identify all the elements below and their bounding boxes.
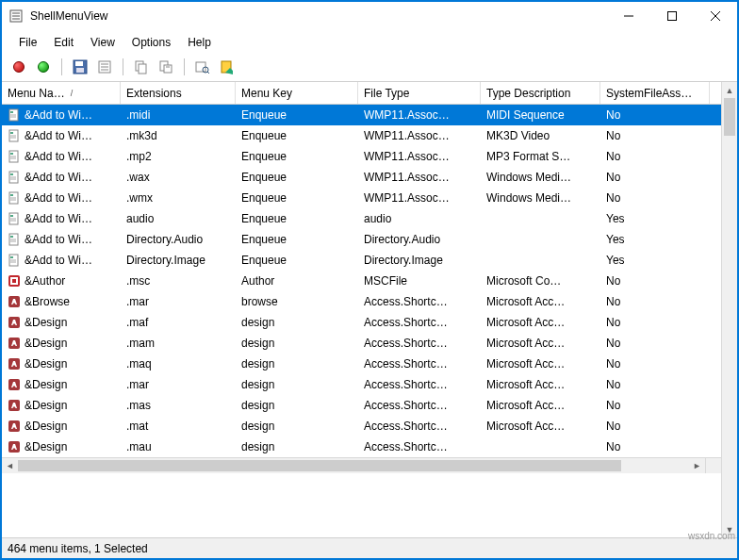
- table-row[interactable]: &Design.maudesignAccess.Shortc…No: [2, 436, 721, 457]
- cell-menu-name: &Add to Wi…: [25, 171, 92, 184]
- table-cell: .mar: [121, 295, 236, 308]
- menu-help[interactable]: Help: [180, 34, 219, 51]
- scroll-h-thumb[interactable]: [18, 460, 621, 471]
- save-button[interactable]: [71, 58, 90, 76]
- row-type-icon: [8, 378, 21, 391]
- scroll-h-track[interactable]: [18, 458, 689, 473]
- data-grid[interactable]: Menu Na…/ExtensionsMenu KeyFile TypeType…: [2, 82, 721, 537]
- column-header-0[interactable]: Menu Na…/: [2, 82, 121, 104]
- table-cell: Access.Shortc…: [358, 440, 481, 453]
- scroll-v-track[interactable]: [722, 98, 737, 521]
- sort-indicator-icon: /: [71, 89, 74, 98]
- table-cell: Microsoft Acc…: [481, 420, 600, 433]
- cell-extensions: .midi: [126, 108, 150, 122]
- cell-file-type: audio: [364, 212, 391, 225]
- table-cell: .mk3d: [121, 129, 236, 142]
- find-button[interactable]: [193, 58, 212, 76]
- table-row[interactable]: &Add to Wi…Directory.ImageEnqueueDirecto…: [2, 250, 721, 271]
- cell-extensions: .mar: [126, 378, 149, 391]
- scroll-right-button[interactable]: ►: [689, 458, 705, 473]
- floppy-icon: [73, 59, 88, 74]
- watermark: wsxdn.com: [688, 531, 735, 541]
- table-row[interactable]: &Add to Wi….wmxEnqueueWMP11.Assoc…Window…: [2, 188, 721, 208]
- table-row[interactable]: &Design.masdesignAccess.Shortc…Microsoft…: [2, 395, 721, 416]
- menu-file[interactable]: File: [11, 34, 44, 51]
- properties-button[interactable]: [95, 58, 114, 76]
- scroll-up-button[interactable]: ▲: [722, 82, 737, 98]
- cell-file-type: Access.Shortc…: [364, 337, 448, 350]
- table-cell: No: [600, 191, 710, 205]
- table-cell: Access.Shortc…: [358, 316, 481, 329]
- horizontal-scrollbar[interactable]: ◄ ►: [2, 457, 705, 473]
- table-cell: .maq: [121, 357, 236, 371]
- cell-menu-name: &Design: [25, 440, 67, 453]
- table-cell: Access.Shortc…: [358, 399, 481, 412]
- table-cell: &Design: [2, 399, 121, 412]
- table-row[interactable]: &Add to Wi….waxEnqueueWMP11.Assoc…Window…: [2, 167, 721, 188]
- table-row[interactable]: &Author.mscAuthorMSCFileMicrosoft Co…No: [2, 271, 721, 291]
- table-row[interactable]: &Add to Wi….midiEnqueueWMP11.Assoc…MIDI …: [2, 105, 721, 125]
- column-header-1[interactable]: Extensions: [121, 82, 236, 104]
- maximize-button[interactable]: [650, 2, 694, 30]
- table-cell: Windows Medi…: [481, 171, 600, 184]
- table-cell: Microsoft Acc…: [481, 316, 600, 329]
- table-cell: Enqueue: [236, 212, 358, 225]
- cell-menu-name: &Author: [25, 274, 65, 288]
- cell-menu-name: &Add to Wi…: [25, 129, 92, 142]
- table-row[interactable]: &Design.mamdesignAccess.Shortc…Microsoft…: [2, 333, 721, 354]
- table-cell: Microsoft Acc…: [481, 399, 600, 412]
- enable-button[interactable]: [34, 58, 53, 76]
- cell-extensions: .maf: [126, 316, 148, 329]
- cell-menu-key: design: [241, 357, 274, 371]
- refresh-button[interactable]: [218, 58, 237, 76]
- cell-menu-key: browse: [241, 295, 278, 308]
- table-row[interactable]: &Add to Wi…audioEnqueueaudioYes: [2, 208, 721, 229]
- svg-rect-29: [10, 132, 13, 134]
- minimize-button[interactable]: [607, 2, 650, 30]
- table-row[interactable]: &Add to Wi….mp2EnqueueWMP11.Assoc…MP3 Fo…: [2, 146, 721, 167]
- titlebar[interactable]: ShellMenuView: [2, 2, 737, 30]
- table-cell: design: [236, 399, 358, 412]
- column-header-2[interactable]: Menu Key: [236, 82, 358, 104]
- table-row[interactable]: &Add to Wi…Directory.AudioEnqueueDirecto…: [2, 229, 721, 250]
- column-header-5[interactable]: SystemFileAss…: [600, 82, 710, 104]
- column-header-4[interactable]: Type Description: [481, 82, 600, 104]
- table-row[interactable]: &Browse.marbrowseAccess.Shortc…Microsoft…: [2, 291, 721, 312]
- table-cell: Access.Shortc…: [358, 378, 481, 391]
- table-row[interactable]: &Add to Wi….mk3dEnqueueWMP11.Assoc…MK3D …: [2, 125, 721, 146]
- close-button[interactable]: [694, 2, 737, 30]
- menu-options[interactable]: Options: [124, 34, 178, 51]
- red-dot-icon: [13, 61, 25, 73]
- scroll-v-thumb[interactable]: [724, 98, 735, 136]
- copy-icon: [134, 59, 149, 74]
- svg-rect-25: [10, 111, 13, 113]
- row-type-icon: [8, 399, 21, 412]
- cell-file-type: MSCFile: [364, 274, 407, 288]
- cell-extensions: .mas: [126, 399, 151, 412]
- content-area: Menu Na…/ExtensionsMenu KeyFile TypeType…: [2, 82, 737, 537]
- disable-button[interactable]: [9, 58, 28, 76]
- cell-extensions: .wax: [126, 171, 150, 184]
- cell-type-description: Microsoft Acc…: [486, 357, 565, 371]
- row-type-icon: [8, 108, 21, 122]
- svg-rect-16: [139, 64, 146, 74]
- table-row[interactable]: &Design.matdesignAccess.Shortc…Microsoft…: [2, 416, 721, 436]
- column-header-3[interactable]: File Type: [358, 82, 481, 104]
- window-title: ShellMenuView: [30, 9, 607, 23]
- cell-type-description: Microsoft Acc…: [486, 399, 565, 412]
- table-cell: WMP11.Assoc…: [358, 108, 481, 122]
- open-regedit-button[interactable]: [156, 58, 175, 76]
- menu-edit[interactable]: Edit: [46, 34, 81, 51]
- table-row[interactable]: &Design.mardesignAccess.Shortc…Microsoft…: [2, 374, 721, 395]
- scroll-left-button[interactable]: ◄: [2, 458, 18, 473]
- table-row[interactable]: &Design.mafdesignAccess.Shortc…Microsoft…: [2, 312, 721, 333]
- cell-system-file-assoc: No: [606, 420, 620, 433]
- menu-view[interactable]: View: [83, 34, 123, 51]
- copy-button[interactable]: [132, 58, 151, 76]
- table-cell: design: [236, 420, 358, 433]
- svg-rect-41: [10, 194, 13, 196]
- cell-file-type: Access.Shortc…: [364, 399, 448, 412]
- vertical-scrollbar[interactable]: ▲ ▼: [721, 82, 737, 537]
- cell-file-type: WMP11.Assoc…: [364, 191, 450, 205]
- table-row[interactable]: &Design.maqdesignAccess.Shortc…Microsoft…: [2, 354, 721, 374]
